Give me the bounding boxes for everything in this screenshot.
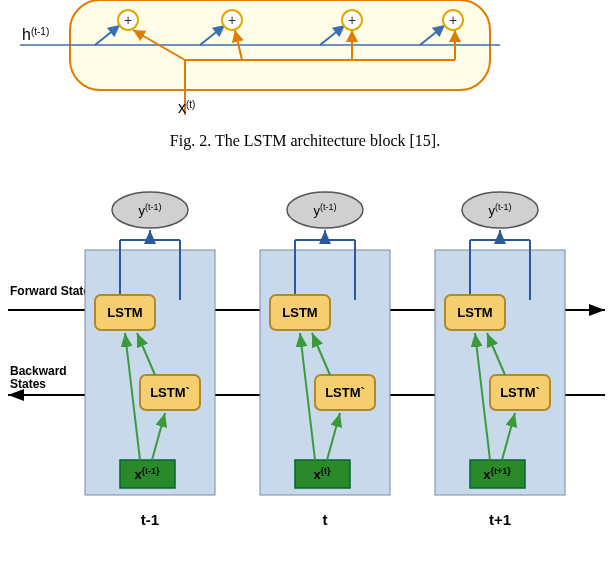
lstm-forward-label: LSTM	[107, 305, 142, 320]
h-label: h(t-1)	[22, 26, 49, 44]
x-label: x(t)	[178, 99, 195, 117]
lstm-backward-label: LSTM`	[150, 385, 190, 400]
figure-caption: Fig. 2. The LSTM architecture block [15]…	[0, 132, 610, 150]
bilstm-diagram: Forward States BackwardStates y(t-1)LSTM…	[0, 150, 610, 550]
forward-states-label: Forward States	[10, 284, 97, 298]
lstm-forward-label: LSTM	[457, 305, 492, 320]
timestep-label: t+1	[489, 511, 511, 528]
figure-container: h(t-1) x(t) + + + + Fig. 2.	[0, 0, 610, 576]
timestep-cell: y(t-1)LSTMLSTM`x{t+1}t+1	[435, 192, 565, 528]
timestep-cell: y(t-1)LSTMLSTM`x{t-1}t-1	[85, 192, 215, 528]
lstm-forward-label: LSTM	[282, 305, 317, 320]
svg-text:+: +	[124, 12, 132, 28]
timestep-cell: y(t-1)LSTMLSTM`x{t}t	[260, 192, 390, 528]
lstm-backward-label: LSTM`	[500, 385, 540, 400]
svg-text:+: +	[228, 12, 236, 28]
backward-states-label: BackwardStates	[10, 364, 67, 391]
svg-text:+: +	[449, 12, 457, 28]
svg-rect-40	[435, 250, 565, 495]
lstm-backward-label: LSTM`	[325, 385, 365, 400]
svg-rect-22	[85, 250, 215, 495]
timestep-label: t	[323, 511, 328, 528]
svg-text:+: +	[348, 12, 356, 28]
svg-rect-31	[260, 250, 390, 495]
timestep-label: t-1	[141, 511, 159, 528]
lstm-cell-fragment: h(t-1) x(t) + + + +	[0, 0, 610, 120]
